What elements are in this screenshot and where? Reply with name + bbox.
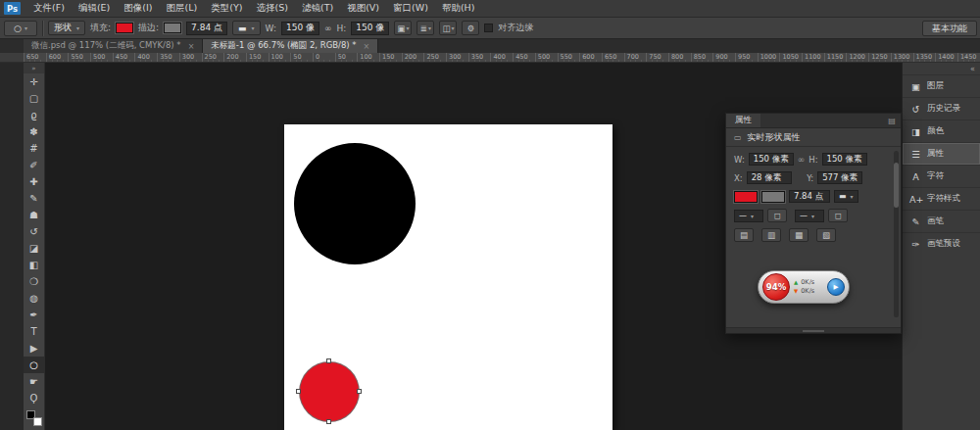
prop-y-field[interactable]: 577 像素 [817,171,862,184]
black-ellipse-shape[interactable] [294,143,416,264]
document-tab[interactable]: 微信.psd @ 117% (二维码, CMYK/8) * × [24,39,203,53]
prop-height-field[interactable]: 150 像素 [822,153,867,166]
type-tool[interactable]: T [24,323,45,340]
prop-x-field[interactable]: 28 像素 [747,171,792,184]
tool-mode-select[interactable]: 形状 ▾ [48,21,85,35]
tool-preset-picker[interactable]: ○ ▾ [4,21,37,36]
link-dimensions-icon[interactable]: ∞ [798,155,806,165]
shape-height-field[interactable]: 150 像 [351,22,389,35]
menu-item[interactable]: 滤镜(T) [295,0,340,17]
dodge-tool[interactable]: ◍ [24,290,45,307]
menu-item[interactable]: 编辑(E) [72,0,117,17]
stroke-join-button[interactable]: ◻ [828,209,848,222]
zoom-tool[interactable]: Ϙ [24,390,45,406]
panel-icon: A+ [909,194,922,205]
close-icon[interactable]: × [188,42,195,51]
anchor-point-bottom[interactable] [326,419,331,424]
path-arrangement-button[interactable]: ◫ ▾ [439,21,457,35]
ellipse-tool[interactable]: ○ [24,357,45,373]
menu-item[interactable]: 文件(F) [26,0,72,17]
blur-tool[interactable]: ❍ [24,273,45,290]
menu-item[interactable]: 视图(V) [340,0,386,17]
net-speed-rows: ▲ 0K/s ▼ 0K/s [794,279,823,295]
background-color-chip[interactable] [33,417,42,426]
fill-color-swatch[interactable] [116,23,133,33]
shape-options-gear-button[interactable]: ⚙ [462,21,479,35]
stroke-corners-select[interactable]: — ▾ [795,210,824,222]
fill-color-swatch[interactable] [734,191,758,203]
properties-panel-tab[interactable]: 属性 [726,114,760,127]
workspace-switcher-button[interactable]: 基本功能 [922,21,977,36]
menu-item[interactable]: 类型(Y) [204,0,249,17]
spot-healing-brush-tool[interactable]: ✚ [24,173,45,190]
clone-stamp-tool[interactable]: ☗ [24,207,45,223]
anchor-point-left[interactable] [296,389,301,394]
menu-item[interactable]: 窗口(W) [386,0,435,17]
link-dimensions-icon[interactable]: ∞ [324,24,332,33]
dock-item-brush[interactable]: ✎ 画笔 [903,210,980,232]
close-icon[interactable]: × [364,42,370,51]
menu-item[interactable]: 选择(S) [249,0,294,17]
fill-label: 填充: [90,22,111,34]
document-tab[interactable]: 未标题-1 @ 66.7% (椭圆 2, RGB/8) * × [203,39,378,53]
quick-selection-tool[interactable]: ✽ [24,123,45,140]
path-alignment-button[interactable]: ≣ ▾ [416,21,434,35]
dock-item-properties[interactable]: ☰ 属性 [903,142,980,165]
stroke-color-swatch[interactable] [761,191,785,203]
prop-width-field[interactable]: 150 像素 [749,153,794,166]
stroke-color-swatch[interactable] [164,23,181,33]
path-operations-button[interactable]: ▣ ▾ [394,21,412,35]
pen-tool[interactable]: ✒ [24,307,45,323]
stroke-style-select[interactable]: ▬ ▾ [834,190,858,203]
history-brush-tool[interactable]: ↺ [24,223,45,240]
shape-props-button-1[interactable]: ▤ [734,228,754,242]
dock-item-character-styles[interactable]: A+ 字符样式 [903,187,980,210]
path-selection-tool[interactable]: ▶ [24,340,45,357]
anchor-point-top[interactable] [326,358,331,363]
boost-button[interactable]: ▶ [827,278,845,296]
document-tab-title: 未标题-1 @ 66.7% (椭圆 2, RGB/8) * [211,40,356,52]
toolbar-collapse-button[interactable]: » [24,63,44,73]
shape-width-field[interactable]: 150 像 [281,22,319,35]
move-tool[interactable]: ✛ [24,73,45,90]
anchor-point-right[interactable] [357,389,362,394]
menu-item[interactable]: 图像(I) [117,0,159,17]
collapse-dock-icon[interactable]: « [970,65,975,73]
shape-props-button-2[interactable]: ▥ [761,228,781,242]
panel-resize-grip[interactable] [726,327,901,333]
stroke-align-select[interactable]: — ▾ [734,210,763,222]
crop-tool[interactable]: # [24,140,45,157]
dock-item-brush-presets[interactable]: ✑ 画笔预设 [903,232,980,255]
dock-item-character[interactable]: A 字符 [903,165,980,187]
stroke-width-field[interactable]: 7.84 点 [186,22,227,35]
menu-item[interactable]: 帮助(H) [435,0,482,17]
memory-percent-ball[interactable]: 94% [762,273,790,301]
stroke-width-field[interactable]: 7.84 点 [789,190,830,203]
stroke-caps-button[interactable]: ◻ [767,209,787,222]
lasso-tool[interactable]: ϱ [24,107,45,123]
red-ellipse-shape[interactable] [299,361,360,422]
dock-item-history[interactable]: ↺ 历史记录 [903,97,980,119]
shape-props-button-3[interactable]: ▦ [789,228,808,242]
align-edges-checkbox[interactable] [484,24,493,32]
net-speed-widget[interactable]: 94% ▲ 0K/s ▼ 0K/s ▶ [758,270,850,304]
chevron-down-icon: ▾ [851,193,854,200]
shape-props-button-4[interactable]: ▧ [816,228,836,242]
ruler-number: 0 [313,53,335,63]
rectangular-marquee-tool[interactable]: ▢ [24,90,45,107]
stroke-corners-icon: — [800,212,808,220]
hand-tool[interactable]: ☛ [24,373,45,390]
gradient-tool[interactable]: ◧ [24,257,45,273]
eraser-tool[interactable]: ◪ [24,240,45,257]
options-bar: ○ ▾ 形状 ▾ 填充: 描边: 7.84 点 ▬ ▾ W: 150 像 ∞ H… [0,18,980,39]
dock-item-layers[interactable]: ▣ 图层 [903,74,980,97]
brush-tool[interactable]: ✎ [24,190,45,207]
panel-scrollbar-thumb[interactable] [894,163,899,208]
dock-item-color[interactable]: ◨ 颜色 [903,119,980,142]
properties-panel-titlebar[interactable]: 属性 ▤ [726,114,901,128]
eyedropper-tool[interactable]: ✐ [24,157,45,173]
panel-menu-icon[interactable]: ▤ [883,114,901,127]
ruler-number: 1100 [802,53,824,63]
stroke-style-select[interactable]: ▬ ▾ [232,21,261,35]
menu-item[interactable]: 图层(L) [160,0,205,17]
